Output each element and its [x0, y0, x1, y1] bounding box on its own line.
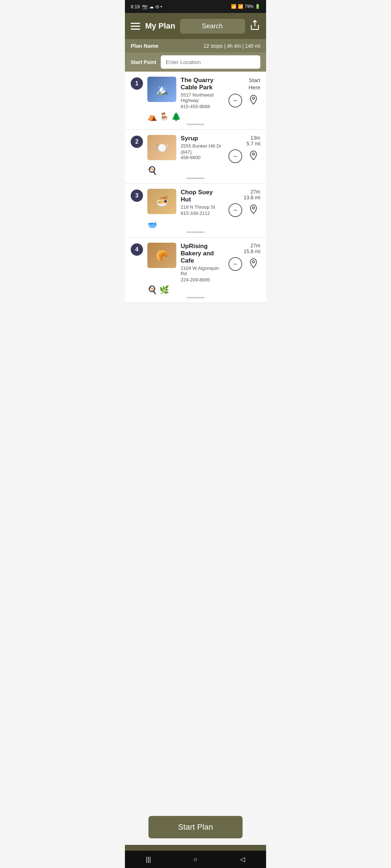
drag-handle-2[interactable]	[186, 178, 205, 179]
status-left: 8:19 📷 ☁ ⊝ •	[131, 4, 162, 9]
battery-icon: 🔋	[255, 4, 260, 9]
stop-time-dist-2: 13m 5.7 mi	[247, 135, 260, 146]
stop-address-3: 218 N Throop St	[181, 204, 224, 210]
battery-display: 79%	[245, 4, 253, 9]
category-icon-1a: ⛺	[147, 112, 157, 122]
stop-address-4: 2104 W Algonquin Rd	[181, 265, 224, 276]
map-pin-4-button[interactable]	[247, 257, 260, 271]
stop-name-2: Syrup	[181, 135, 224, 142]
stop-footer-3: 🥣	[131, 220, 260, 229]
share-button[interactable]	[249, 20, 260, 33]
stop-icons-2: 🍳	[147, 166, 157, 175]
stop-actions-3: 27m 13.6 mi −	[228, 189, 260, 217]
stop-name-1: The Quarry Cable Park	[181, 77, 224, 91]
stop-address-2: 2555 Bunker Hill Dr	[181, 143, 224, 149]
category-icon-4b: 🌿	[159, 285, 169, 295]
map-pin-2-button[interactable]	[247, 149, 260, 163]
stop-info-3: Chop Suey Hut 218 N Throop St 815-338-21…	[181, 189, 224, 216]
plan-name-label: Plan Name	[131, 43, 159, 49]
stop-badge-3: 3	[131, 190, 143, 202]
stop-item-1: 1 🏔️ The Quarry Cable Park 5517 Northwes…	[125, 72, 266, 130]
stop-main-row-4: 4 🥐 UpRising Bakery and Cafe 2104 W Algo…	[131, 243, 260, 282]
category-icon-4a: 🍳	[147, 285, 157, 295]
stops-container: 1 🏔️ The Quarry Cable Park 5517 Northwes…	[125, 72, 266, 303]
stop-info-1: The Quarry Cable Park 5517 Northwest Hig…	[181, 77, 224, 109]
location-input[interactable]	[161, 55, 260, 69]
plan-info-bar: Plan Name 12 stops | 4h 4m | 140 mi	[125, 39, 266, 52]
svg-point-4	[252, 261, 255, 263]
stop-badge-2: 2	[131, 136, 143, 148]
stop-time-dist-3: 27m 13.6 mi	[244, 189, 260, 200]
start-point-label: Start Point	[131, 59, 156, 65]
app-header: My Plan Search	[125, 13, 266, 39]
category-icon-1b: 🪑	[159, 112, 169, 122]
stop-address-1: 5517 Northwest Highway	[181, 92, 224, 103]
remove-stop-3-button[interactable]: −	[228, 203, 242, 217]
stop-actions-1: StartHere −	[228, 77, 260, 107]
remove-stop-4-button[interactable]: −	[228, 257, 242, 271]
stop-phone-1: 815-455-9688	[181, 104, 224, 109]
search-button[interactable]: Search	[180, 19, 245, 34]
app-title: My Plan	[145, 21, 175, 31]
drag-handle-4[interactable]	[186, 297, 205, 298]
map-pin-3-button[interactable]	[247, 203, 260, 217]
stop-info-4: UpRising Bakery and Cafe 2104 W Algonqui…	[181, 243, 224, 282]
stop-badge-1: 1	[131, 77, 143, 90]
category-icon-3a: 🥣	[147, 220, 157, 229]
stop-main-row-3: 3 🍜 Chop Suey Hut 218 N Throop St 815-33…	[131, 189, 260, 217]
stop-phone-3: 815-338-2112	[181, 210, 224, 216]
stop-actions-4: 27m 15.6 mi −	[228, 243, 260, 271]
stop-footer-2: 🍳	[131, 166, 260, 175]
notification-icons: 📷 ☁ ⊝ •	[142, 4, 162, 9]
map-pin-1-button[interactable]	[247, 94, 260, 107]
stop-icons-3: 🥣	[147, 220, 157, 229]
plan-stats: 12 stops | 4h 4m | 140 mi	[203, 43, 260, 49]
stop-icons-4: 🍳 🌿	[147, 285, 169, 295]
svg-point-1	[252, 97, 255, 99]
drag-handle-1[interactable]	[186, 124, 205, 125]
stop-buttons-1: −	[228, 94, 260, 107]
wifi-icon: 📶	[231, 4, 236, 9]
time-display: 8:19	[131, 4, 140, 9]
stop-buttons-2: −	[228, 149, 260, 163]
remove-stop-1-button[interactable]: −	[228, 94, 242, 107]
stop-item-3: 3 🍜 Chop Suey Hut 218 N Throop St 815-33…	[125, 184, 266, 238]
stop-footer-4: 🍳 🌿	[131, 285, 260, 295]
svg-point-2	[252, 153, 255, 155]
drag-handle-3[interactable]	[186, 231, 205, 233]
status-right: 📶 📶 79% 🔋	[231, 4, 260, 9]
stop-item-4: 4 🥐 UpRising Bakery and Cafe 2104 W Algo…	[125, 238, 266, 303]
stop-buttons-4: −	[228, 257, 260, 271]
stop-item-2: 2 🍽️ Syrup 2555 Bunker Hill Dr (847)458-…	[125, 130, 266, 184]
category-icon-1c: 🌲	[171, 112, 181, 122]
stop-phone-2: (847)458-6600	[181, 149, 224, 160]
svg-point-3	[252, 207, 255, 209]
stop-main-row-2: 2 🍽️ Syrup 2555 Bunker Hill Dr (847)458-…	[131, 135, 260, 163]
stop-image-3: 🍜	[147, 189, 176, 214]
menu-button[interactable]	[131, 23, 140, 30]
remove-stop-2-button[interactable]: −	[228, 149, 242, 163]
stop-actions-2: 13m 5.7 mi −	[228, 135, 260, 163]
stop-image-2: 🍽️	[147, 135, 176, 160]
stop-info-2: Syrup 2555 Bunker Hill Dr (847)458-6600	[181, 135, 224, 160]
start-here-label: StartHere	[248, 77, 260, 91]
header-left: My Plan	[131, 21, 175, 31]
stop-footer-1: ⛺ 🪑 🌲	[131, 112, 260, 122]
stop-main-row-1: 1 🏔️ The Quarry Cable Park 5517 Northwes…	[131, 77, 260, 109]
category-icon-2a: 🍳	[147, 166, 157, 175]
stop-icons-1: ⛺ 🪑 🌲	[147, 112, 181, 122]
stop-badge-4: 4	[131, 243, 143, 256]
stop-name-4: UpRising Bakery and Cafe	[181, 243, 224, 264]
start-point-row: Start Point	[125, 52, 266, 72]
stop-image-1: 🏔️	[147, 77, 176, 102]
stop-name-3: Chop Suey Hut	[181, 189, 224, 203]
stop-buttons-3: −	[228, 203, 260, 217]
stop-time-dist-4: 27m 15.6 mi	[244, 243, 260, 254]
status-bar: 8:19 📷 ☁ ⊝ • 📶 📶 79% 🔋	[125, 0, 266, 13]
stop-phone-4: 224-209-8695	[181, 277, 224, 282]
stop-image-4: 🥐	[147, 243, 176, 268]
signal-icon: 📶	[238, 4, 243, 9]
